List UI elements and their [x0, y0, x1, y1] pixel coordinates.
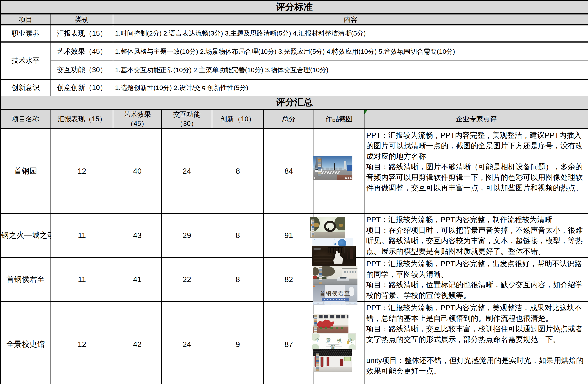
- cell-total-3[interactable]: 87: [264, 301, 314, 384]
- cell-category-jiaohu[interactable]: 交互功能（30）: [51, 61, 113, 79]
- cell-total-1[interactable]: 91: [264, 213, 314, 257]
- summary-header-row: 项目名称 汇报表现（15） 艺术效果（45） 交互功能（30） 创新（10） 总…: [0, 109, 588, 129]
- thumbnail-strip: [318, 159, 321, 176]
- cell-innovation-3[interactable]: 9: [212, 301, 264, 384]
- cell-name-1[interactable]: 钢之火—城之动: [0, 213, 51, 257]
- criteria-header-content[interactable]: 内容: [113, 14, 588, 25]
- cell-name-2[interactable]: 首钢侯君至: [0, 257, 51, 301]
- screenshot-courtyard-sculpture[interactable]: [313, 314, 348, 334]
- criteria-table: 评分标准 项目 类别 内容 职业素养 汇报表现（15） 1.时间控制(2分) 2…: [0, 0, 588, 97]
- viewer-controls-icons: [350, 177, 352, 179]
- criteria-title-row: 评分标准: [0, 0, 588, 14]
- cell-report-0[interactable]: 12: [51, 129, 113, 213]
- cell-art-3[interactable]: 42: [113, 301, 162, 384]
- cell-report-3[interactable]: 12: [51, 301, 113, 384]
- cell-project-zhiye[interactable]: 职业素养: [0, 25, 51, 42]
- highrise-graphic: [344, 161, 346, 169]
- cell-total-0[interactable]: 84: [264, 129, 314, 213]
- summary-header-total[interactable]: 总分: [264, 109, 314, 129]
- cell-interaction-1[interactable]: 29: [162, 213, 212, 257]
- summary-table: 评分汇总 项目名称 汇报表现（15） 艺术效果（45） 交互功能（30） 创新（…: [0, 96, 588, 384]
- criteria-header-category[interactable]: 类别: [51, 14, 113, 25]
- summary-header-innovation[interactable]: 创新（10）: [212, 109, 264, 129]
- criteria-row-4: 创新意识 创意创新（10） 1.选题创新性(10分) 2.设计/交互创新性性(5…: [0, 79, 588, 96]
- cell-comment-3[interactable]: PPT：汇报较为流畅，PPT内容完整，美观整洁，成果对比这块不错，总结的基本上是…: [364, 301, 588, 384]
- cell-project-jishu[interactable]: 技术水平: [0, 42, 51, 79]
- summary-title-row: 评分汇总: [0, 96, 588, 109]
- cell-comment-2[interactable]: PPT：汇报较为流畅，PPT内容完整，出发点很好，帮助不认识路的同学，草图较为清…: [364, 257, 588, 301]
- red-vehicle-graphic: [313, 276, 317, 279]
- cell-art-0[interactable]: 40: [113, 129, 162, 213]
- screenshot-title-slide-houjunzhi[interactable]: 首钢候君至: [313, 285, 357, 305]
- red-pillar-graphic: [321, 357, 323, 367]
- crane-truss-graphic: [328, 248, 343, 253]
- cell-category-yishu[interactable]: 艺术效果（45）: [51, 42, 113, 61]
- criteria-row-2: 技术水平 艺术效果（45） 1.整体风格与主题一致(10分) 2.场景物体布局合…: [0, 42, 588, 61]
- cell-project-chuangxin[interactable]: 创新意识: [0, 79, 51, 96]
- dot-graphic: [335, 243, 336, 245]
- plants-graphic: [315, 327, 343, 329]
- cell-content-yishu[interactable]: 1.整体风格与主题一致(10分) 2.场景物体布局合理(10分) 3.光照应用(…: [113, 42, 588, 61]
- car-window-graphic: [340, 277, 346, 279]
- screenshot-campus-street[interactable]: [313, 266, 357, 285]
- summary-row-shougang-houjunzhi: 首钢侯君至 11 41 22 8 82 PPT：汇报较为流畅，PPT内容完整，出…: [0, 257, 588, 301]
- cell-content-huibao[interactable]: 1.时间控制(2分) 2.语言表达流畅(3分) 3.主题及思路清晰(5分) 4.…: [113, 25, 588, 42]
- path-graphic: [310, 232, 345, 238]
- summary-title-cell[interactable]: 评分汇总: [0, 96, 588, 109]
- cell-interaction-0[interactable]: 24: [162, 129, 212, 213]
- slide-title: 首钢候君至: [313, 290, 357, 297]
- summary-header-expert-comment[interactable]: 企业专家点评: [364, 109, 588, 129]
- cell-category-chuangyi[interactable]: 创意创新（10）: [51, 79, 113, 96]
- cell-interaction-3[interactable]: 24: [162, 301, 212, 384]
- autumn-foliage-graphic: [339, 224, 343, 227]
- thumbnail-strip: [316, 353, 319, 371]
- criteria-title-cell[interactable]: 评分标准: [0, 0, 588, 14]
- cell-report-1[interactable]: 11: [51, 213, 113, 257]
- screenshot-park-sculpture[interactable]: [310, 217, 345, 238]
- summary-header-name[interactable]: 项目名称: [0, 109, 51, 129]
- traffic-light-graphic: [335, 163, 335, 170]
- cell-name-3[interactable]: 全景校史馆: [0, 301, 51, 384]
- cell-name-0[interactable]: 首钢园: [0, 129, 51, 213]
- wave-decoration-graphic: [313, 302, 357, 305]
- summary-header-report[interactable]: 汇报表现（15）: [51, 109, 113, 129]
- screenshot-title-slide-xiaoshiguan[interactable]: 全 景 校 史 馆: [312, 333, 356, 349]
- comment-indicator-icon: [364, 110, 368, 114]
- summary-header-interaction[interactable]: 交互功能（30）: [162, 109, 212, 129]
- building-windows-graphic: [344, 271, 356, 273]
- summary-row-shougangyuan: 首钢园 12 40 24 8 84 PPT：汇报较为流畅，PPT内容完整，美观整…: [0, 129, 588, 213]
- thumbnail-strip: [319, 267, 322, 284]
- criteria-header-row: 项目 类别 内容: [0, 14, 588, 25]
- cell-report-2[interactable]: 11: [51, 257, 113, 301]
- cell-category-huibao[interactable]: 汇报表现（15）: [51, 25, 113, 42]
- cell-comment-0[interactable]: PPT：汇报较为流畅，PPT内容完整，美观整洁，建议PPT内插入的图片可以找清晰…: [364, 129, 588, 213]
- cell-content-jiaohu[interactable]: 1.基本交互功能正常(10分) 2.主菜单功能完善(10分) 3.物体交互合理(…: [113, 61, 588, 79]
- summary-header-screenshot[interactable]: 作品截图: [314, 109, 364, 129]
- date-text-graphic: [326, 346, 342, 346]
- cell-interaction-2[interactable]: 22: [162, 257, 212, 301]
- screenshot-industrial-furnace[interactable]: [312, 246, 356, 266]
- screenshot-panorama-shougangyuan[interactable]: [313, 156, 352, 180]
- hotspot-label-graphic: [314, 248, 321, 250]
- cell-comment-1[interactable]: PPT：汇报较为流畅，PPT内容完整，制作流程较为清晰 项目：在介绍项目时，可以…: [364, 213, 588, 257]
- crosswalk-graphic: [321, 171, 340, 174]
- cell-content-chuangyi[interactable]: 1.选题创新性(10分) 2.设计/交互创新性性(5分): [113, 79, 588, 96]
- criteria-header-project[interactable]: 项目: [0, 14, 51, 25]
- screenshot-history-museum-interior[interactable]: [313, 349, 352, 372]
- viewer-icon: [314, 177, 315, 179]
- summary-header-art[interactable]: 艺术效果（45）: [113, 109, 162, 129]
- window-row-graphic: [313, 315, 348, 318]
- cell-innovation-1[interactable]: 8: [212, 213, 264, 257]
- cell-innovation-0[interactable]: 8: [212, 129, 264, 213]
- billboard-graphic: [347, 165, 352, 171]
- ring-sculpture-graphic: [324, 221, 336, 232]
- cell-art-1[interactable]: 43: [113, 213, 162, 257]
- white-statue-graphic: [333, 251, 343, 264]
- cell-total-2[interactable]: 82: [264, 257, 314, 301]
- summary-row-quanjing-xiaoshiguan: 全景校史馆 12 42 24 9 87 PPT：汇报较为流畅，PPT内容完整，美…: [0, 301, 588, 384]
- cell-innovation-2[interactable]: 8: [212, 257, 264, 301]
- cell-art-2[interactable]: 41: [113, 257, 162, 301]
- globe-graphic: [338, 239, 346, 246]
- furnace-rings-graphic: [314, 255, 332, 263]
- screenshot-slide-blue[interactable]: [313, 238, 353, 246]
